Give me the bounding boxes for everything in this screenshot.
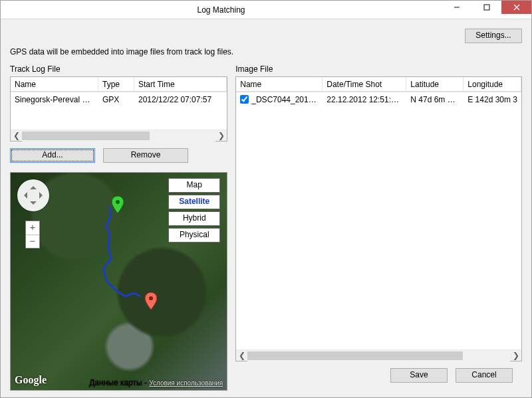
close-button[interactable] — [501, 1, 531, 14]
end-pin-icon[interactable] — [145, 292, 157, 310]
client-area: Settings... GPS data will be embedded in… — [1, 19, 531, 397]
scroll-left-icon[interactable]: ❮ — [236, 350, 247, 361]
scroll-right-icon[interactable]: ❯ — [510, 350, 521, 361]
col-img-lon[interactable]: Longitude — [464, 77, 521, 92]
google-logo: Google — [15, 374, 47, 386]
pan-control[interactable] — [17, 179, 49, 211]
window-controls — [442, 1, 531, 19]
track-log-list[interactable]: Name Type Start Time Sinegorsk-Pereval a… — [10, 76, 227, 142]
col-name[interactable]: Name — [11, 77, 98, 92]
image-h-scrollbar[interactable]: ❮ ❯ — [236, 349, 521, 361]
description-text: GPS data will be embedded into image fil… — [10, 47, 522, 56]
map-type-satellite[interactable]: Satellite — [168, 195, 220, 209]
image-name-cell: _DSC7044_201212... — [236, 92, 323, 107]
svg-point-5 — [149, 296, 153, 300]
track-h-scrollbar[interactable]: ❮ ❯ — [11, 130, 227, 141]
map-type-selector: Map Satellite Hybrid Physical — [168, 178, 220, 243]
col-type[interactable]: Type — [98, 77, 134, 92]
pan-down-icon[interactable] — [30, 201, 37, 208]
start-pin-icon[interactable] — [112, 196, 124, 213]
image-row[interactable]: _DSC7044_201212... 22.12.2012 12:51:18.7… — [236, 92, 521, 107]
track-row[interactable]: Sinegorsk-Pereval actu... GPX 2012/12/22… — [11, 92, 227, 107]
map-type-physical[interactable]: Physical — [168, 228, 220, 243]
scroll-left-icon[interactable]: ❮ — [11, 130, 22, 142]
image-lat-cell: N 47d 6m 2.95s — [406, 92, 464, 107]
zoom-control: + − — [25, 221, 40, 249]
terms-link[interactable]: Условия использования — [149, 379, 223, 387]
image-lon-cell: E 142d 30m 3 — [464, 92, 521, 107]
track-type-cell: GPX — [98, 92, 134, 107]
image-file-label: Image File — [235, 64, 522, 74]
scroll-right-icon[interactable]: ❯ — [215, 130, 227, 142]
maximize-button[interactable] — [471, 1, 501, 14]
pan-right-icon[interactable] — [39, 192, 46, 199]
map-type-map[interactable]: Map — [168, 178, 220, 193]
image-file-list[interactable]: Name Date/Time Shot Latitude Longitude _… — [235, 76, 522, 361]
cancel-button[interactable]: Cancel — [456, 368, 513, 383]
zoom-in-button[interactable]: + — [26, 221, 39, 235]
map-attribution: Данные карты - Условия использования — [89, 378, 223, 387]
minimize-button[interactable] — [442, 1, 471, 14]
add-button[interactable]: Add... — [10, 148, 95, 163]
pan-left-icon[interactable] — [21, 192, 27, 199]
track-start-cell: 2012/12/22 07:07:57 — [134, 92, 227, 107]
track-log-label: Track Log File — [10, 64, 227, 74]
window-title: Log Matching — [1, 5, 442, 15]
log-matching-window: Log Matching Settings... GPS data will b… — [0, 0, 532, 398]
track-log-headers: Name Type Start Time — [11, 77, 227, 92]
svg-point-4 — [116, 200, 120, 204]
map-type-hybrid[interactable]: Hybrid — [168, 211, 220, 226]
image-file-headers: Name Date/Time Shot Latitude Longitude — [236, 77, 521, 92]
remove-button[interactable]: Remove — [103, 148, 188, 163]
save-button[interactable]: Save — [390, 368, 448, 383]
zoom-out-button[interactable]: − — [26, 235, 39, 248]
col-img-name[interactable]: Name — [236, 77, 323, 92]
map-view[interactable]: + − Map Satellite Hybrid Physical Google… — [10, 172, 227, 391]
titlebar: Log Matching — [1, 1, 531, 19]
image-row-checkbox[interactable] — [240, 95, 249, 104]
image-date-cell: 22.12.2012 12:51:18.76 — [323, 92, 406, 107]
track-name-cell: Sinegorsk-Pereval actu... — [11, 92, 98, 107]
col-img-date[interactable]: Date/Time Shot — [323, 77, 406, 92]
settings-button[interactable]: Settings... — [465, 29, 522, 43]
col-start[interactable]: Start Time — [134, 77, 227, 92]
col-img-lat[interactable]: Latitude — [406, 77, 464, 92]
pan-up-icon[interactable] — [30, 183, 37, 189]
svg-rect-1 — [484, 5, 489, 10]
